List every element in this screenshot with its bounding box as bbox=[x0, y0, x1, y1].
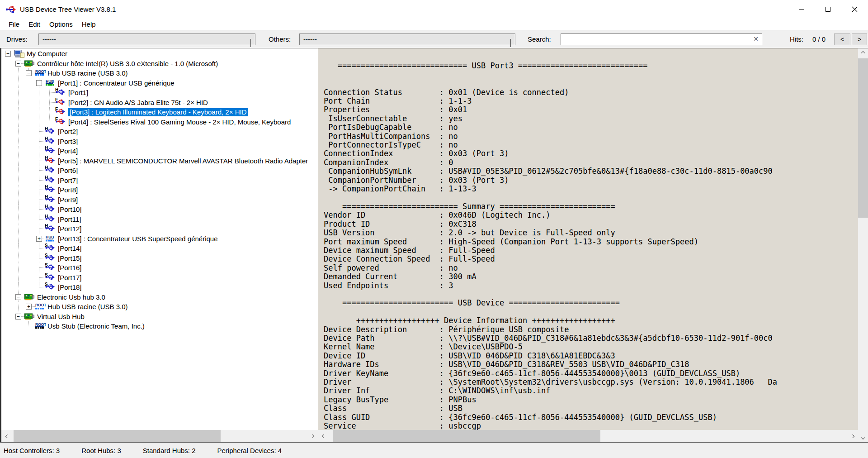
speed-letter: H bbox=[45, 156, 48, 161]
speed-letter: H bbox=[45, 195, 48, 200]
usb-blue-icon: S bbox=[45, 254, 56, 262]
menu-item-options[interactable]: Options bbox=[45, 19, 77, 29]
tree-item-port1[interactable]: H [Port1] bbox=[1, 88, 318, 98]
scroll-right-icon[interactable] bbox=[847, 430, 858, 442]
tree-hscrollbar-thumb[interactable] bbox=[14, 430, 221, 442]
tree-item-port10[interactable]: H [Port10] bbox=[1, 205, 318, 215]
tree-item-label: [Port4] : SteelSeries Rival 100 Gaming M… bbox=[68, 118, 291, 126]
tree-item-hub-usb-racine-usb-3-0[interactable]: − ROOT Hub USB racine (USB 3.0) bbox=[1, 68, 318, 78]
svg-text:ROOT: ROOT bbox=[35, 322, 46, 327]
tree-item-port3-logitech-illuminated-keyboard-keyb[interactable]: F [Port3] : Logitech Illuminated Keyboar… bbox=[1, 107, 318, 117]
tree-item-label: [Port9] bbox=[58, 196, 78, 204]
detail-vscrollbar[interactable] bbox=[858, 48, 868, 442]
tree-guide-line bbox=[18, 68, 19, 78]
tree-guide-line bbox=[18, 224, 19, 234]
chevron-down-icon bbox=[510, 38, 511, 48]
collapse-icon[interactable]: − bbox=[36, 80, 42, 86]
tree-item-port2-gn-audio-a-s-jabra-elite-75t-2-hid[interactable]: F [Port2] : GN Audio A/S Jabra Elite 75t… bbox=[1, 98, 318, 108]
tree-item-port18[interactable]: S [Port18] bbox=[1, 282, 318, 292]
tree-item-contr-leur-h-te-intel-r-usb-3-0-extensib[interactable]: − Contrôleur hôte Intel(R) USB 3.0 eXten… bbox=[1, 59, 318, 69]
search-input[interactable] bbox=[563, 34, 750, 44]
tree-guide-line bbox=[18, 78, 19, 88]
tree-item-label: Hub USB racine (USB 3.0) bbox=[47, 303, 128, 311]
expand-icon[interactable]: + bbox=[36, 236, 42, 242]
drives-dropdown[interactable]: ------ bbox=[38, 33, 255, 45]
collapse-icon[interactable]: − bbox=[15, 314, 21, 320]
tree-item-port17[interactable]: S [Port17] bbox=[1, 273, 318, 283]
root-hub-icon: ROOT bbox=[35, 69, 46, 76]
tree-item-hub-usb-racine-usb-3-0[interactable]: + ROOT Hub USB racine (USB 3.0) bbox=[1, 302, 318, 312]
tree-item-label: [Port17] bbox=[58, 274, 82, 282]
scroll-left-icon[interactable] bbox=[318, 430, 329, 442]
usb-blue-icon: H bbox=[56, 89, 66, 97]
tree-item-port2[interactable]: H [Port2] bbox=[1, 127, 318, 137]
maximize-button[interactable] bbox=[815, 0, 841, 18]
usb-red-icon: F bbox=[56, 108, 66, 116]
tree-item-port5-marvell-semiconductor-marvell-avas[interactable]: H [Port5] : MARVELL SEMICONDUCTOR Marvel… bbox=[1, 156, 318, 166]
tree-item-my-computer[interactable]: − My Computer bbox=[1, 49, 318, 59]
tree-item-port7[interactable]: H [Port7] bbox=[1, 176, 318, 186]
svg-text:HUB: HUB bbox=[46, 235, 54, 239]
usb-blue-icon: S bbox=[45, 264, 56, 272]
detail-hscrollbar[interactable] bbox=[318, 430, 858, 442]
hub-hub-icon: HUB bbox=[45, 79, 56, 86]
collapse-icon[interactable]: − bbox=[5, 51, 11, 57]
scroll-right-icon[interactable] bbox=[307, 430, 318, 442]
tree-item-port4[interactable]: H [Port4] bbox=[1, 146, 318, 156]
collapse-icon[interactable]: − bbox=[26, 70, 32, 76]
speed-letter: S bbox=[45, 282, 48, 287]
chevron-down-icon bbox=[250, 38, 251, 48]
previous-hit-button[interactable]: < bbox=[834, 33, 850, 45]
tree-item-label: Usb Stub (Electronic Team, Inc.) bbox=[47, 322, 145, 330]
controller-card-icon bbox=[24, 293, 35, 301]
scroll-down-icon[interactable] bbox=[858, 433, 868, 442]
detail-panel: ============================ USB Port3 =… bbox=[318, 48, 868, 442]
tree-item-electronic-usb-hub-3-0[interactable]: − Electronic Usb hub 3.0 bbox=[1, 292, 318, 302]
tree-guide-line bbox=[18, 146, 19, 156]
tree-item-usb-stub-electronic-team-inc[interactable]: ROOT Usb Stub (Electronic Team, Inc.) bbox=[1, 321, 318, 331]
tree-item-port15[interactable]: S [Port15] bbox=[1, 253, 318, 263]
detail-hscrollbar-thumb[interactable] bbox=[333, 430, 600, 442]
speed-letter: S bbox=[45, 272, 48, 277]
tree-item-port11[interactable]: H [Port11] bbox=[1, 215, 318, 224]
status-host-controllers: Host Controllers: 3 bbox=[4, 447, 60, 454]
menu-item-file[interactable]: File bbox=[4, 19, 24, 29]
others-dropdown[interactable]: ------ bbox=[299, 33, 515, 45]
minimize-button[interactable] bbox=[789, 0, 815, 18]
clear-search-icon[interactable]: ✕ bbox=[753, 35, 759, 43]
tree-item-port3[interactable]: H [Port3] bbox=[1, 137, 318, 147]
tree-item-port16[interactable]: S [Port16] bbox=[1, 263, 318, 273]
tree-item-label: [Port18] bbox=[58, 283, 82, 291]
scroll-left-icon[interactable] bbox=[1, 430, 13, 442]
speed-letter: H bbox=[45, 146, 48, 151]
tree-item-port14[interactable]: S [Port14] bbox=[1, 243, 318, 253]
tree-item-port6[interactable]: H [Port6] bbox=[1, 166, 318, 176]
svg-text:ROOT: ROOT bbox=[35, 303, 46, 307]
collapse-icon[interactable]: − bbox=[15, 294, 21, 300]
tree-item-port9[interactable]: H [Port9] bbox=[1, 195, 318, 205]
usb-blue-icon: H bbox=[45, 215, 56, 224]
maximize-icon bbox=[826, 7, 831, 12]
expand-icon[interactable]: + bbox=[26, 304, 32, 310]
tree-item-virtual-usb-hub[interactable]: − Virtual Usb Hub bbox=[1, 312, 318, 322]
detail-vscrollbar-thumb[interactable] bbox=[858, 58, 868, 218]
collapse-icon[interactable]: − bbox=[15, 61, 21, 67]
tree-item-port12[interactable]: H [Port12] bbox=[1, 224, 318, 234]
minimize-icon bbox=[799, 7, 805, 12]
menu-item-help[interactable]: Help bbox=[77, 19, 100, 29]
tree-item-port13-concentrateur-usb-superspeed-g-n-[interactable]: + HUB [Port13] : Concentrateur USB Super… bbox=[1, 234, 318, 244]
close-button[interactable] bbox=[841, 0, 868, 18]
speed-letter: H bbox=[45, 214, 48, 219]
menu-item-edit[interactable]: Edit bbox=[24, 19, 45, 29]
speed-letter: S bbox=[45, 253, 48, 258]
next-hit-button[interactable]: > bbox=[852, 33, 867, 45]
speed-letter: H bbox=[45, 175, 48, 180]
device-details-text[interactable]: ============================ USB Port3 =… bbox=[318, 48, 858, 430]
tree-item-port1-concentrateur-usb-g-n-rique[interactable]: − HUB [Port1] : Concentrateur USB généri… bbox=[1, 78, 318, 88]
tree-item-port8[interactable]: H [Port8] bbox=[1, 185, 318, 195]
tree-guide-line bbox=[39, 107, 39, 117]
tree-item-port4-steelseries-rival-100-gaming-mouse[interactable]: F [Port4] : SteelSeries Rival 100 Gaming… bbox=[1, 117, 318, 127]
tree-hscrollbar[interactable] bbox=[1, 430, 318, 442]
tree-item-label: [Port8] bbox=[58, 186, 78, 194]
scroll-up-icon[interactable] bbox=[858, 48, 868, 57]
